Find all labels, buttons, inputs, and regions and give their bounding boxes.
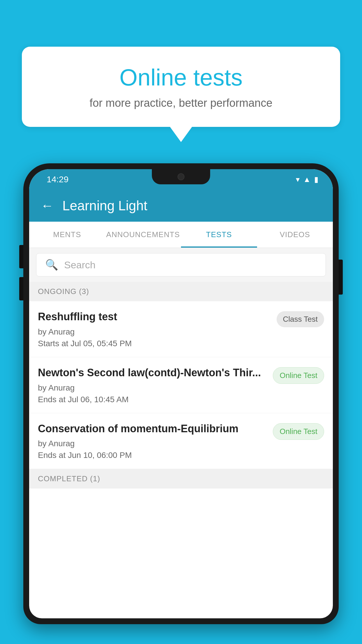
power-button — [339, 260, 343, 295]
test-time-3: Ends at Jun 10, 06:00 PM — [38, 451, 267, 460]
test-name-3: Conservation of momentum-Equilibrium — [38, 422, 267, 436]
front-camera — [178, 173, 184, 180]
test-time-2: Ends at Jul 06, 10:45 AM — [38, 395, 267, 404]
phone-notch — [152, 169, 210, 184]
search-icon: 🔍 — [45, 259, 58, 271]
test-author-3: by Anurag — [38, 439, 267, 448]
bubble-title: Online tests — [45, 64, 317, 91]
ongoing-section-header: ONGOING (3) — [29, 282, 333, 301]
test-name-2: Newton's Second law(contd)-Newton's Thir… — [38, 366, 267, 380]
phone-mockup: 14:29 ▾ ▲ ▮ ← Learning Light MENTS — [23, 163, 339, 644]
volume-up-button — [19, 245, 23, 268]
back-button[interactable]: ← — [41, 198, 54, 213]
wifi-icon: ▾ — [296, 175, 300, 184]
bubble-subtitle: for more practice, better performance — [45, 97, 317, 109]
phone-screen: 14:29 ▾ ▲ ▮ ← Learning Light MENTS — [29, 169, 333, 618]
volume-down-button — [19, 277, 23, 300]
tab-tests[interactable]: TESTS — [181, 222, 257, 248]
completed-section-header: COMPLETED (1) — [29, 469, 333, 489]
tabs-container: MENTS ANNOUNCEMENTS TESTS VIDEOS — [29, 222, 333, 248]
test-badge-1: Class Test — [277, 311, 324, 327]
search-placeholder-text: Search — [64, 259, 96, 271]
test-author-2: by Anurag — [38, 383, 267, 393]
battery-icon: ▮ — [314, 175, 318, 184]
test-name-1: Reshuffling test — [38, 310, 271, 324]
tab-announcements[interactable]: ANNOUNCEMENTS — [105, 222, 181, 248]
app-bar: ← Learning Light — [29, 190, 333, 222]
test-item-1[interactable]: Reshuffling test by Anurag Starts at Jul… — [29, 301, 333, 357]
tab-ments[interactable]: MENTS — [29, 222, 105, 248]
phone-content: MENTS ANNOUNCEMENTS TESTS VIDEOS 🔍 — [29, 222, 333, 618]
signal-icon: ▲ — [303, 175, 311, 184]
phone-outer: 14:29 ▾ ▲ ▮ ← Learning Light MENTS — [23, 163, 339, 624]
test-author-1: by Anurag — [38, 327, 271, 337]
tab-videos[interactable]: VIDEOS — [257, 222, 333, 248]
test-badge-3: Online Test — [273, 423, 324, 440]
search-container: 🔍 Search — [29, 248, 333, 282]
test-info-2: Newton's Second law(contd)-Newton's Thir… — [38, 366, 267, 404]
test-time-1: Starts at Jul 05, 05:45 PM — [38, 339, 271, 348]
test-item-3[interactable]: Conservation of momentum-Equilibrium by … — [29, 413, 333, 469]
test-info-3: Conservation of momentum-Equilibrium by … — [38, 422, 267, 460]
status-time: 14:29 — [47, 174, 68, 184]
app-bar-title: Learning Light — [62, 198, 147, 214]
test-badge-2: Online Test — [273, 367, 324, 384]
speech-bubble: Online tests for more practice, better p… — [22, 47, 340, 127]
test-info-1: Reshuffling test by Anurag Starts at Jul… — [38, 310, 271, 348]
test-list: Reshuffling test by Anurag Starts at Jul… — [29, 301, 333, 469]
status-icons: ▾ ▲ ▮ — [296, 175, 318, 184]
search-bar[interactable]: 🔍 Search — [36, 253, 326, 276]
test-item-2[interactable]: Newton's Second law(contd)-Newton's Thir… — [29, 357, 333, 413]
